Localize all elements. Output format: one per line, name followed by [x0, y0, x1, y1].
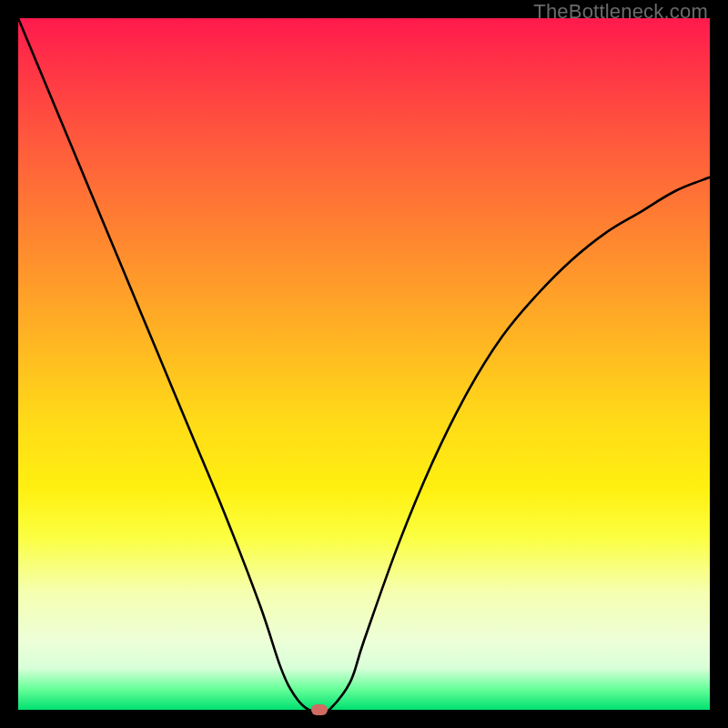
optimum-marker-icon: [311, 704, 328, 715]
watermark-text: TheBottleneck.com: [533, 0, 708, 24]
chart-frame: [18, 18, 710, 710]
bottleneck-curve: [18, 18, 710, 710]
